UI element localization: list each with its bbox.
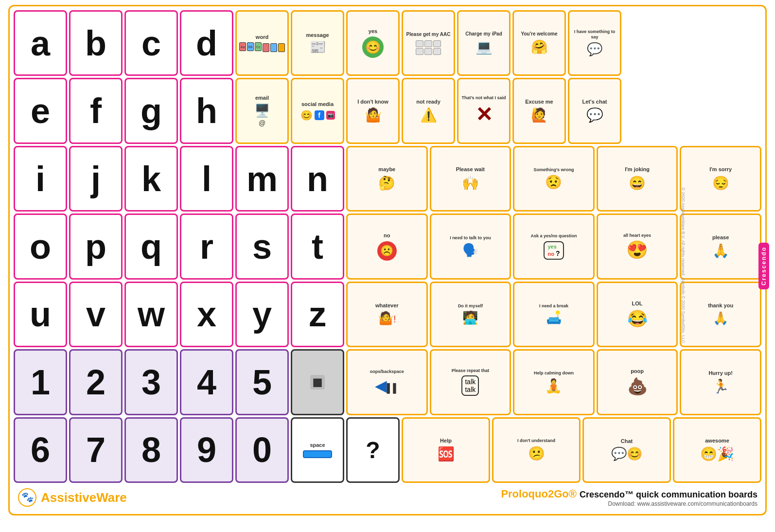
copyright-text: © 2020 AssistiveWare B.V. All rights res… bbox=[680, 187, 685, 344]
cell-excuse-me[interactable]: Excuse me 🙋 bbox=[512, 78, 566, 143]
need-break-label: I need a break bbox=[539, 303, 568, 309]
cell-m[interactable]: m bbox=[235, 146, 289, 212]
please-wait-label: Please wait bbox=[456, 166, 485, 173]
cell-k[interactable]: k bbox=[124, 146, 178, 212]
cell-1[interactable]: 1 bbox=[14, 349, 67, 415]
cell-lol[interactable]: LOL 😂 bbox=[597, 282, 678, 347]
cell-charge-ipad[interactable]: Charge my iPad 💻 bbox=[457, 10, 511, 76]
cell-h[interactable]: h bbox=[180, 78, 233, 143]
letter-n: n bbox=[307, 161, 328, 196]
sorry-label: I'm sorry bbox=[709, 166, 732, 173]
cell-l[interactable]: l bbox=[180, 146, 233, 212]
cell-e[interactable]: e bbox=[14, 78, 67, 143]
cell-w[interactable]: w bbox=[124, 282, 178, 347]
cell-joking[interactable]: I'm joking 😄 bbox=[597, 146, 678, 212]
cell-poop[interactable]: poop 💩 bbox=[597, 349, 678, 415]
cell-please-wait[interactable]: Please wait 🙌 bbox=[430, 146, 511, 212]
cell-message[interactable]: message 📰 bbox=[291, 10, 344, 76]
talk-to-you-icon: 🗣️ bbox=[462, 243, 478, 258]
cell-repeat[interactable]: Please repeat that talktalk bbox=[430, 349, 511, 415]
cell-do-it-myself[interactable]: Do it myself 🧑‍💻 bbox=[430, 282, 511, 347]
cell-help[interactable]: Help 🆘 bbox=[402, 417, 490, 483]
something-to-say-icon: 💬 bbox=[587, 42, 602, 57]
cell-3[interactable]: 3 bbox=[124, 349, 178, 415]
word-label: word bbox=[256, 34, 268, 40]
cell-7[interactable]: 7 bbox=[69, 417, 123, 483]
maybe-icon: 🤔 bbox=[378, 175, 395, 191]
cell-f[interactable]: f bbox=[69, 78, 123, 143]
cell-n[interactable]: n bbox=[291, 146, 344, 212]
cell-chat[interactable]: Chat 💬😊 bbox=[582, 417, 671, 483]
cell-u[interactable]: u bbox=[14, 282, 67, 347]
cell-somethings-wrong[interactable]: Something's wrong 😟 bbox=[513, 146, 595, 212]
cell-backspace[interactable]: oops/backspace ◀▌▌ bbox=[346, 349, 428, 415]
cell-c[interactable]: c bbox=[124, 10, 178, 76]
cell-maybe[interactable]: maybe 🤔 bbox=[346, 146, 428, 212]
cell-dont-know[interactable]: I don't know 🤷 bbox=[346, 78, 400, 143]
cell-please[interactable]: please 🙏 bbox=[680, 213, 761, 279]
cell-not-ready[interactable]: not ready ⚠️ bbox=[402, 78, 455, 143]
yes-icon: 😊 bbox=[362, 36, 384, 58]
cell-r[interactable]: r bbox=[180, 213, 233, 279]
cell-yes[interactable]: yes 😊 bbox=[346, 10, 400, 76]
cell-heart-eyes[interactable]: all heart eyes 😍 bbox=[597, 213, 678, 279]
cell-9[interactable]: 9 bbox=[180, 417, 233, 483]
cell-g[interactable]: g bbox=[124, 78, 178, 143]
cell-d[interactable]: d bbox=[180, 10, 233, 76]
cell-0[interactable]: 0 bbox=[235, 417, 289, 483]
cell-yes-no-question[interactable]: Ask a yes/no question yes no ? bbox=[513, 213, 595, 279]
cell-s[interactable]: s bbox=[235, 213, 289, 279]
do-it-myself-icon: 🧑‍💻 bbox=[462, 310, 478, 325]
cell-sorry[interactable]: I'm sorry 😔 bbox=[680, 146, 761, 212]
letter-j: j bbox=[91, 161, 101, 196]
cell-b[interactable]: b bbox=[69, 10, 123, 76]
cell-8[interactable]: 8 bbox=[124, 417, 178, 483]
cell-space[interactable]: space bbox=[291, 417, 344, 483]
number-4: 4 bbox=[197, 365, 216, 400]
cell-5[interactable]: 5 bbox=[235, 349, 289, 415]
cell-something-to-say[interactable]: I have something to say 💬 bbox=[568, 10, 621, 76]
cell-o[interactable]: o bbox=[14, 213, 67, 279]
cell-need-break[interactable]: I need a break 🛋️ bbox=[513, 282, 595, 347]
cell-email[interactable]: email 🖥️ @ bbox=[235, 78, 289, 143]
welcome-label: You're welcome bbox=[521, 31, 558, 37]
whatever-label: whatever bbox=[375, 302, 399, 309]
cell-period[interactable]: ■ bbox=[291, 349, 344, 415]
cell-hurry-up[interactable]: Hurry up! 🏃 bbox=[680, 349, 761, 415]
cell-whatever[interactable]: whatever 🤷! bbox=[346, 282, 428, 347]
cell-j[interactable]: j bbox=[69, 146, 123, 212]
cell-z[interactable]: z bbox=[291, 282, 344, 347]
cell-no[interactable]: no ☹️ bbox=[346, 213, 428, 279]
cell-x[interactable]: x bbox=[180, 282, 233, 347]
cell-2[interactable]: 2 bbox=[69, 349, 123, 415]
number-9: 9 bbox=[197, 432, 216, 467]
cell-p[interactable]: p bbox=[69, 213, 123, 279]
lets-chat-label: Let's chat bbox=[582, 99, 607, 105]
cell-social-media[interactable]: social media 😊 f 📷 bbox=[291, 78, 344, 143]
cell-i[interactable]: i bbox=[14, 146, 67, 212]
cell-aac[interactable]: Please get my AAC bbox=[402, 10, 455, 76]
hurry-up-label: Hurry up! bbox=[708, 370, 733, 376]
cell-lets-chat[interactable]: Let's chat 💬 bbox=[568, 78, 621, 143]
cell-t[interactable]: t bbox=[291, 213, 344, 279]
backspace-label: oops/backspace bbox=[370, 369, 404, 374]
cell-awesome[interactable]: awesome 😁🎉 bbox=[673, 417, 761, 483]
cell-6[interactable]: 6 bbox=[14, 417, 67, 483]
cell-talk-to-you[interactable]: I need to talk to you 🗣️ bbox=[430, 213, 511, 279]
letter-h: h bbox=[196, 93, 217, 128]
row-1: a b c d word Aa Bb Cc bbox=[14, 10, 761, 76]
cell-question-mark[interactable]: ? bbox=[346, 417, 400, 483]
cell-a[interactable]: a bbox=[14, 10, 67, 76]
cell-calming[interactable]: Help calming down 🧘 bbox=[513, 349, 595, 415]
cell-4[interactable]: 4 bbox=[180, 349, 233, 415]
letter-t: t bbox=[312, 229, 323, 264]
cell-word[interactable]: word Aa Bb Cc bbox=[235, 10, 289, 76]
cell-v[interactable]: v bbox=[69, 282, 123, 347]
cell-welcome[interactable]: You're welcome 🤗 bbox=[512, 10, 566, 76]
cell-dont-understand[interactable]: I don't understand 😕 bbox=[492, 417, 581, 483]
thank-you-label: thank you bbox=[708, 302, 733, 309]
cell-y[interactable]: y bbox=[235, 282, 289, 347]
cell-q[interactable]: q bbox=[124, 213, 178, 279]
cell-not-what-said[interactable]: That's not what I said ✕ bbox=[457, 78, 511, 143]
cell-thank-you[interactable]: thank you 🙏 bbox=[680, 282, 761, 347]
